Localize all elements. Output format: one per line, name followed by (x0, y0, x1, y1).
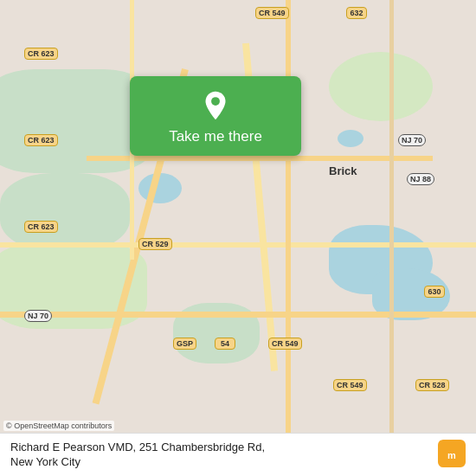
route-badge-gsp: GSP (173, 338, 196, 350)
road (0, 312, 476, 318)
road (389, 0, 394, 433)
map-pin-icon (200, 90, 231, 121)
take-me-there-button[interactable]: Take me there (130, 76, 301, 156)
road (87, 156, 433, 161)
moovit-icon: m (438, 440, 466, 467)
address-text: Richard E Pearson VMD, 251 Chambersbridg… (10, 441, 466, 470)
route-badge-632: 632 (346, 7, 367, 19)
green-area (0, 173, 130, 251)
water-body (338, 130, 363, 147)
take-me-there-label: Take me there (169, 128, 262, 145)
map-container: Brick CR 549632CR 623CR 623CR 623NJ 70NJ… (0, 0, 476, 476)
route-badge-cr549-top: CR 549 (255, 7, 289, 19)
svg-point-1 (211, 97, 220, 106)
svg-text:m: m (447, 450, 456, 460)
route-badge-cr623-low: CR 623 (24, 221, 58, 233)
road (286, 0, 291, 433)
route-badge-nj70-top: NJ 70 (398, 134, 426, 146)
route-badge-cr623-top: CR 623 (24, 48, 58, 60)
route-badge-cr623-mid: CR 623 (24, 134, 58, 146)
route-badge-cr549-bot2: CR 549 (333, 379, 367, 391)
water-body (138, 173, 182, 203)
address-line1: Richard E Pearson VMD, 251 Chambersbridg… (10, 441, 265, 453)
osm-attribution: © OpenStreetMap contributors (3, 421, 114, 431)
info-bar: Richard E Pearson VMD, 251 Chambersbridg… (0, 433, 476, 476)
moovit-logo: m (438, 440, 466, 467)
route-badge-cr549-bot: CR 549 (268, 338, 302, 350)
route-badge-nj70-bot: NJ 70 (24, 310, 52, 322)
road (0, 242, 476, 248)
green-area (329, 52, 433, 121)
route-badge-54: 54 (215, 338, 235, 350)
city-label-brick: Brick (329, 164, 357, 177)
route-badge-nj88: NJ 88 (407, 173, 434, 185)
route-badge-cr529: CR 529 (138, 238, 172, 250)
route-badge-cr528: CR 528 (415, 379, 449, 391)
route-badge-630: 630 (424, 286, 445, 298)
address-line2: New York City (10, 455, 80, 468)
